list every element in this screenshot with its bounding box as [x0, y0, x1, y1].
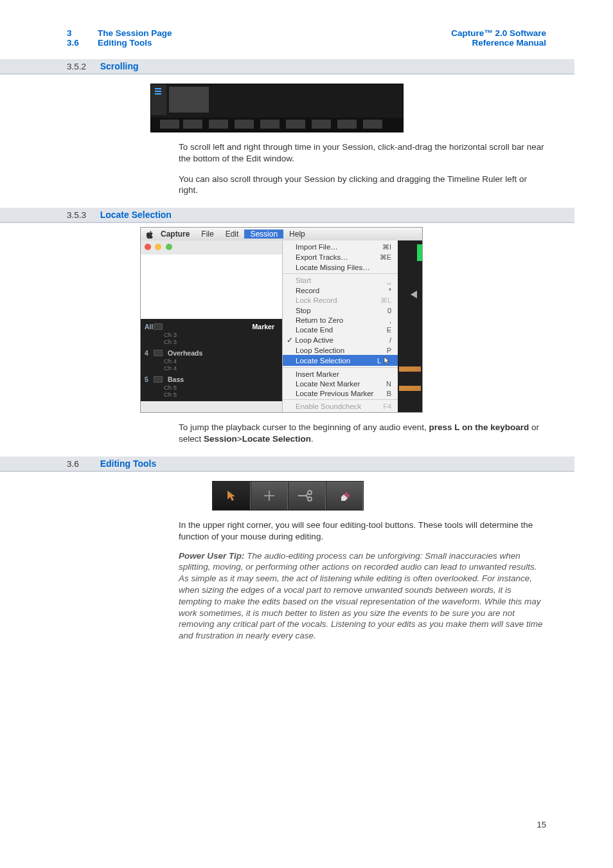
waveform-icon: [399, 366, 421, 372]
mac-menubar: Capture File Edit Session Help: [141, 228, 422, 240]
play-reverse-icon: [411, 291, 417, 298]
menu-item-record[interactable]: Record*: [283, 285, 398, 295]
menu-session[interactable]: Session: [244, 230, 283, 239]
menu-item-loop-active[interactable]: Loop Active/: [283, 334, 398, 345]
menu-item-start: Start␣: [283, 275, 398, 285]
range-tool-button[interactable]: [251, 482, 289, 510]
track-sub: Ch 4: [141, 358, 282, 365]
minimize-icon[interactable]: [155, 244, 161, 250]
menu-item-return-to-zero[interactable]: Return to Zero,: [283, 315, 398, 325]
section-title: Scrolling: [100, 61, 139, 71]
track-sub: Ch 5: [141, 392, 282, 399]
track-name: Overheads: [168, 349, 278, 357]
track-number: 4: [145, 349, 154, 357]
power-user-tip: Power User Tip: The audio-editing proces…: [179, 550, 546, 642]
chapter-title: The Session Page: [98, 28, 172, 38]
record-arm-icon[interactable]: [154, 376, 163, 383]
section-header-editing: 3.6 Editing Tools: [0, 457, 574, 472]
traffic-lights: [141, 240, 282, 255]
zoom-icon[interactable]: [166, 244, 172, 250]
section-title: Editing Tools: [100, 458, 157, 469]
scrolling-screenshot: [150, 84, 404, 132]
close-icon[interactable]: [145, 244, 151, 250]
arrow-tool-button[interactable]: [213, 482, 251, 510]
record-arm-icon[interactable]: [154, 350, 163, 356]
product-subtitle: Reference Manual: [451, 38, 546, 48]
tip-label: Power User Tip:: [179, 551, 245, 561]
cursor-icon: [384, 356, 391, 365]
track-sub: Ch 3: [141, 339, 282, 346]
scrolling-para1: To scroll left and right through time in…: [179, 141, 546, 165]
track-number: 5: [145, 375, 154, 383]
arrow-tool-icon: [225, 489, 238, 502]
menu-capture[interactable]: Capture: [155, 230, 195, 239]
page-number: 15: [537, 820, 546, 829]
section-num: 3.5.2: [67, 62, 98, 71]
menu-item-locate-missing[interactable]: Locate Missing Files…: [283, 262, 398, 272]
split-tool-button[interactable]: [288, 482, 326, 510]
menu-item-locate-end[interactable]: Locate EndE: [283, 325, 398, 334]
track-name: Bass: [168, 375, 278, 383]
product-name: Capture™ 2.0 Software: [451, 28, 546, 38]
track-sub: Ch 3: [141, 332, 282, 339]
section-title: Locate Selection: [100, 210, 172, 220]
menu-item-locate-next-marker[interactable]: Locate Next MarkerN: [283, 379, 398, 388]
apple-icon: [141, 230, 155, 239]
section-header-scrolling: 3.5.2 Scrolling: [0, 59, 574, 75]
left-pane: All Marker Ch 3 Ch 3 4 Overheads Ch 4 Ch…: [141, 240, 282, 412]
marker-label: Marker: [253, 323, 278, 330]
menu-item-lock-record: Lock Record⌘L: [283, 295, 398, 305]
session-dropdown: Import File…⌘I Export Tracks…⌘E Locate M…: [282, 240, 398, 412]
erase-tool-button[interactable]: [326, 482, 364, 510]
session-menu-screenshot: Capture File Edit Session Help All Marke…: [140, 227, 423, 413]
edit-tools-screenshot: [212, 481, 364, 511]
menu-help[interactable]: Help: [283, 230, 311, 239]
section-number: 3.6: [67, 38, 98, 48]
track-sub: Ch 5: [141, 384, 282, 392]
section-header-locate: 3.5.3 Locate Selection: [0, 208, 574, 223]
tip-body: The audio-editing process can be unforgi…: [179, 551, 543, 641]
menu-file[interactable]: File: [195, 230, 219, 239]
menu-item-loop-selection[interactable]: Loop SelectionP: [283, 345, 398, 355]
timeline-strip: [398, 240, 422, 412]
header-left: 3 The Session Page 3.6 Editing Tools: [67, 28, 172, 48]
erase-tool-icon: [337, 489, 351, 502]
menu-item-enable-soundcheck: Enable SoundcheckF4: [283, 401, 398, 411]
section-num: 3.5.3: [67, 210, 98, 220]
menu-edit[interactable]: Edit: [220, 230, 245, 239]
page-header: 3 The Session Page 3.6 Editing Tools Cap…: [0, 0, 613, 48]
split-tool-icon: [297, 489, 316, 502]
record-arm-icon[interactable]: [154, 323, 163, 330]
scrolling-para2: You can also scroll through your Session…: [179, 174, 546, 197]
chapter-number: 3: [67, 28, 98, 38]
locate-para: To jump the playback curser to the begin…: [179, 422, 546, 445]
menu-item-insert-marker[interactable]: Insert Marker: [283, 369, 398, 379]
section-num: 3.6: [67, 459, 98, 469]
menu-item-locate-prev-marker[interactable]: Locate Previous MarkerB: [283, 388, 398, 398]
section-title: Editing Tools: [98, 38, 152, 48]
menu-item-locate-selection[interactable]: Locate SelectionL: [283, 355, 398, 366]
editing-para1: In the upper right corner, you will see …: [179, 520, 546, 543]
menu-item-import-file[interactable]: Import File…⌘I: [283, 242, 398, 252]
track-all-label: All: [145, 323, 154, 330]
hamburger-icon: [155, 88, 161, 95]
green-indicator: [417, 244, 422, 261]
header-right: Capture™ 2.0 Software Reference Manual: [451, 28, 546, 48]
waveform-icon: [399, 386, 421, 391]
track-sub: Ch 4: [141, 365, 282, 372]
menu-item-stop[interactable]: Stop0: [283, 305, 398, 315]
range-tool-icon: [262, 488, 277, 503]
menu-item-export-tracks[interactable]: Export Tracks…⌘E: [283, 252, 398, 262]
